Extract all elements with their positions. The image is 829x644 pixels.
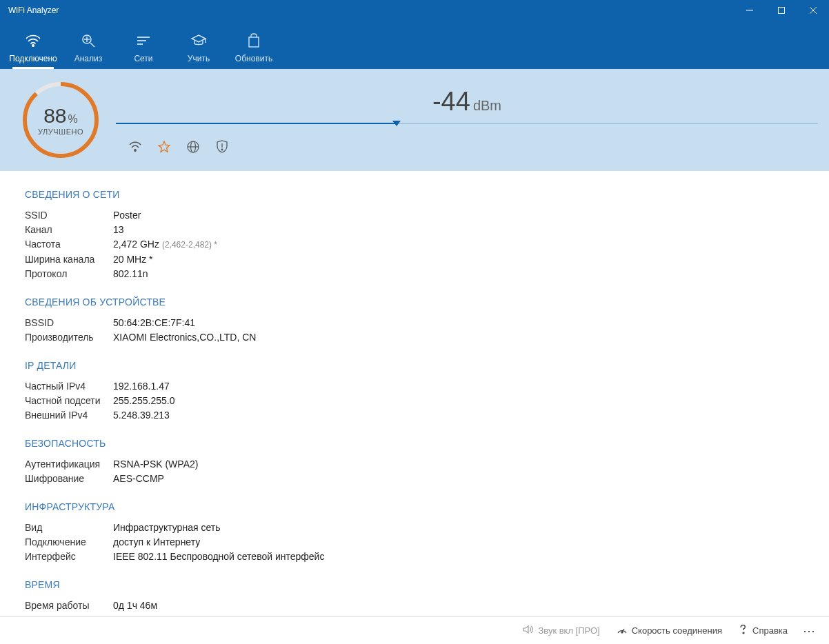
gauge-icon	[617, 625, 628, 636]
signal-slider	[116, 119, 818, 128]
connect-icon[interactable]	[128, 140, 142, 154]
svg-rect-13	[249, 37, 259, 47]
bottombar: Звук вкл [ПРО] Скорость соединения Справ…	[0, 616, 829, 644]
signal-unit: dBm	[473, 98, 501, 113]
shield-icon[interactable]	[215, 140, 229, 154]
section-time-title: ВРЕМЯ	[25, 579, 804, 590]
svg-rect-1	[779, 8, 785, 14]
row-subnet: Частной подсети255.255.255.0	[25, 394, 804, 408]
tab-connected[interactable]: Подключено	[6, 28, 61, 69]
tab-label: Анализ	[74, 54, 103, 63]
section-infra-title: ИНФРАСТРУКТУРА	[25, 501, 804, 512]
wifi-icon	[25, 32, 41, 50]
signal-area: -44dBm	[116, 87, 818, 154]
gauge-percent: %	[68, 113, 78, 125]
tab-label: Подключено	[9, 54, 57, 63]
row-channel: Канал13	[25, 223, 804, 237]
content-scroll[interactable]: СВЕДЕНИЯ О СЕТИ SSIDPoster Канал13 Часто…	[0, 171, 829, 616]
speed-button[interactable]: Скорость соединения	[610, 621, 729, 641]
star-icon[interactable]	[157, 140, 171, 154]
window-controls	[734, 0, 829, 21]
close-button[interactable]	[797, 0, 829, 21]
gauge-value: 88	[43, 104, 66, 127]
svg-line-6	[90, 43, 94, 47]
titlebar: WiFi Analyzer	[0, 0, 829, 21]
svg-point-16	[134, 149, 136, 150]
toolbar: Подключено Анализ Cети	[0, 21, 829, 69]
row-ssid: SSIDPoster	[25, 208, 804, 223]
svg-point-24	[743, 632, 744, 634]
tab-label: Cети	[134, 54, 152, 63]
row-auth: АутентификацияRSNA-PSK (WPA2)	[25, 457, 804, 472]
row-connection: Подключениедоступ к Интернету	[25, 535, 804, 550]
quality-gauge: 88% УЛУЧШЕНО	[19, 79, 102, 161]
speaker-icon	[523, 625, 534, 636]
tab-label: Учить	[188, 54, 210, 63]
help-button[interactable]: Справка	[732, 620, 795, 641]
sound-toggle[interactable]: Звук вкл [ПРО]	[516, 621, 606, 641]
gauge-sub: УЛУЧШЕНО	[38, 128, 83, 136]
magnify-icon	[81, 32, 96, 50]
row-cipher: ШифрованиеAES-CCMP	[25, 472, 804, 486]
svg-point-23	[621, 632, 623, 633]
row-kind: ВидИнфраструктурная сеть	[25, 521, 804, 535]
row-private-ipv4: Частный IPv4192.168.1.47	[25, 379, 804, 394]
section-ip-title: IP ДЕТАЛИ	[25, 360, 804, 371]
tab-label: Обновить	[235, 54, 272, 63]
svg-point-21	[221, 149, 223, 150]
graduation-icon	[190, 32, 207, 50]
bars-icon	[136, 32, 151, 50]
row-width: Ширина канала20 MHz *	[25, 252, 804, 267]
section-security-title: БЕЗОПАСНОСТЬ	[25, 438, 804, 449]
sound-label: Звук вкл [ПРО]	[538, 625, 599, 636]
question-icon	[739, 624, 748, 637]
tab-learn[interactable]: Учить	[171, 28, 226, 69]
tab-upgrade[interactable]: Обновить	[226, 28, 281, 69]
more-button[interactable]: ⋯	[797, 623, 822, 638]
maximize-button[interactable]	[766, 0, 797, 21]
mini-icon-row	[128, 140, 818, 154]
header-strip: 88% УЛУЧШЕНО -44dBm	[0, 69, 829, 171]
row-vendor: ПроизводительXIAOMI Electronics,CO.,LTD,…	[25, 330, 804, 345]
shopping-bag-icon	[247, 32, 261, 50]
section-device-title: СВЕДЕНИЯ ОБ УСТРОЙСТВЕ	[25, 296, 804, 308]
signal-value: -44	[432, 87, 470, 116]
row-uptime: Время работы0д 1ч 46м	[25, 598, 804, 613]
row-interface: ИнтерфейсIEEE 802.11 Беспроводной сетево…	[25, 550, 804, 564]
help-label: Справка	[752, 625, 788, 636]
row-bssid: BSSID50:64:2B:CE:7F:41	[25, 316, 804, 330]
tab-networks[interactable]: Cети	[116, 28, 171, 69]
row-external-ipv4: Внешний IPv45.248.39.213	[25, 408, 804, 423]
section-network-title: СВЕДЕНИЯ О СЕТИ	[25, 189, 804, 200]
globe-icon[interactable]	[186, 140, 200, 154]
window-title: WiFi Analyzer	[8, 6, 734, 15]
tab-analyze[interactable]: Анализ	[61, 28, 116, 69]
speed-label: Скорость соединения	[632, 625, 722, 636]
svg-point-4	[32, 45, 34, 47]
row-frequency: Частота2,472 GHz(2,462-2,482) *	[25, 237, 804, 252]
minimize-button[interactable]	[734, 0, 766, 21]
row-protocol: Протокол802.11n	[25, 267, 804, 281]
